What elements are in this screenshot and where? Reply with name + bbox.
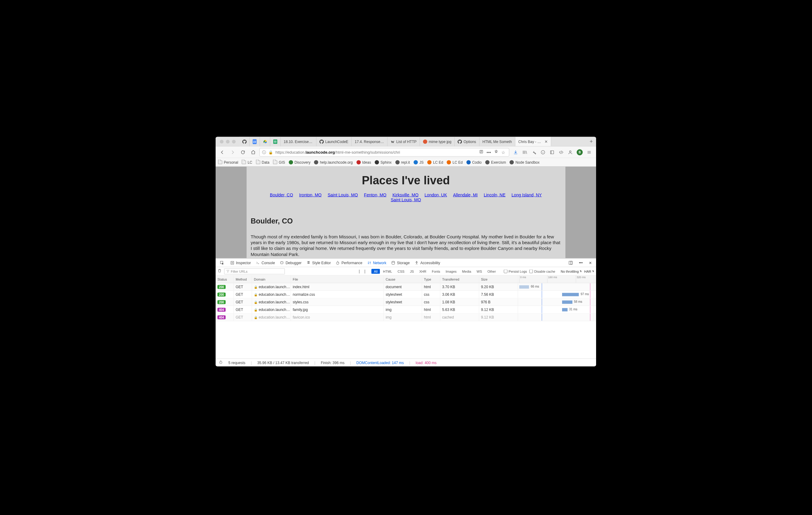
- bookmark-item[interactable]: repl.it: [395, 160, 410, 164]
- persist-logs-checkbox[interactable]: Persist Logs: [504, 269, 527, 273]
- network-request-row[interactable]: 200GET🔒education.launch…styles.cssstyles…: [215, 298, 596, 306]
- col-transferred[interactable]: Transferred: [440, 276, 479, 283]
- network-request-row[interactable]: 404GET🔒education.launch…favicon.icoimght…: [215, 314, 596, 321]
- devtools-tab-console[interactable]: Console: [253, 259, 277, 267]
- bookmark-item[interactable]: LC Ed: [427, 160, 443, 164]
- devtools-tab-performance[interactable]: Performance: [333, 259, 365, 267]
- pause-icon[interactable]: | |: [358, 269, 367, 273]
- bookmark-star-icon[interactable]: ☆: [501, 150, 505, 154]
- menu-icon[interactable]: [586, 149, 592, 155]
- tab-item[interactable]: Chris Bay - Pla✕: [515, 137, 551, 146]
- tab-item[interactable]: Options: [455, 137, 479, 146]
- more-actions-icon[interactable]: •••: [487, 150, 491, 154]
- wrench-icon[interactable]: [531, 149, 536, 155]
- minimize-window-icon[interactable]: [226, 140, 230, 143]
- disable-cache-checkbox[interactable]: Disable cache: [529, 269, 555, 273]
- filter-chip-css[interactable]: CSS: [395, 269, 407, 274]
- filter-chip-media[interactable]: Media: [460, 269, 474, 274]
- bookmark-item[interactable]: Exercism: [485, 160, 506, 164]
- network-request-row[interactable]: 200GET🔒education.launch…normalize.csssty…: [215, 291, 596, 298]
- library-icon[interactable]: [522, 149, 527, 155]
- devtools-tab-network[interactable]: Network: [365, 259, 389, 267]
- tab-icon-drive[interactable]: [260, 137, 270, 146]
- tab-item[interactable]: WList of HTTP: [387, 137, 420, 146]
- place-link[interactable]: Fenton, MO: [364, 193, 386, 197]
- filter-chip-html[interactable]: HTML: [380, 269, 395, 274]
- filter-chip-ws[interactable]: WS: [474, 269, 485, 274]
- col-file[interactable]: File: [291, 276, 384, 283]
- bookmark-item[interactable]: Personal: [218, 160, 238, 164]
- filter-chip-fonts[interactable]: Fonts: [429, 269, 443, 274]
- col-status[interactable]: Status: [215, 276, 234, 283]
- place-link[interactable]: Allendale, MI: [453, 193, 478, 197]
- bookmark-item[interactable]: JS: [414, 160, 424, 164]
- bookmark-item[interactable]: LC: [242, 160, 252, 164]
- col-cause[interactable]: Cause: [384, 276, 422, 283]
- har-menu[interactable]: HAR ⇅: [584, 269, 594, 273]
- devtools-tab-debugger[interactable]: Debugger: [277, 259, 304, 267]
- devtools-tab-accessibility[interactable]: Accessibility: [412, 259, 442, 267]
- network-request-row[interactable]: 200GET🔒education.launch…index.htmldocume…: [215, 283, 596, 291]
- tab-item[interactable]: 17.4. Responses –: [352, 137, 387, 146]
- filter-chip-all[interactable]: All: [371, 269, 380, 274]
- place-link[interactable]: Saint Louis, MO: [391, 197, 421, 202]
- new-tab-button[interactable]: +: [586, 139, 596, 145]
- place-link[interactable]: Lincoln, NE: [484, 193, 505, 197]
- close-window-icon[interactable]: [220, 140, 224, 143]
- site-info-icon[interactable]: ⓘ: [262, 149, 266, 155]
- filter-chip-xhr[interactable]: XHR: [417, 269, 429, 274]
- bookmark-item[interactable]: Sphinx: [375, 160, 392, 164]
- filter-chip-images[interactable]: Images: [443, 269, 459, 274]
- place-link[interactable]: Saint Louis, MO: [328, 193, 358, 197]
- place-link[interactable]: London, UK: [425, 193, 447, 197]
- back-button[interactable]: [218, 148, 227, 156]
- bookmark-item[interactable]: Codio: [466, 160, 482, 164]
- devtools-picker-icon[interactable]: [218, 259, 227, 267]
- col-waterfall[interactable]: 0 ms160 ms320 ms480: [518, 276, 594, 283]
- tab-item[interactable]: mime type jpg: [420, 137, 455, 146]
- filter-urls-input[interactable]: Filter URLs: [224, 268, 285, 274]
- account-icon[interactable]: [568, 149, 573, 155]
- filter-chip-js[interactable]: JS: [408, 269, 416, 274]
- clear-requests-icon[interactable]: [218, 269, 222, 274]
- devtools-more-icon[interactable]: •••: [576, 259, 585, 267]
- devtools-tab-inspector[interactable]: Inspector: [228, 259, 253, 267]
- info-circle-icon[interactable]: [540, 149, 546, 155]
- bookmark-item[interactable]: GIS: [273, 160, 285, 164]
- reader-icon[interactable]: [549, 149, 555, 155]
- bookmark-item[interactable]: Discovery: [289, 160, 311, 164]
- throttling-select[interactable]: No throttling ⇅: [560, 269, 582, 273]
- bookmark-item[interactable]: Data: [256, 160, 269, 164]
- address-bar[interactable]: ⓘ 🔒 https://education.launchcode.org/htm…: [259, 148, 509, 156]
- tab-item[interactable]: 18.10. Exercises: F: [281, 137, 316, 146]
- avatar[interactable]: B: [577, 149, 583, 155]
- place-link[interactable]: Long Island, NY: [512, 193, 542, 197]
- tab-icon-github[interactable]: [239, 137, 250, 146]
- devtools-close-icon[interactable]: ✕: [586, 259, 594, 267]
- devtools-tab-style-editor[interactable]: Style Editor: [304, 259, 333, 267]
- bookmark-item[interactable]: LC Ed: [447, 160, 462, 164]
- window-controls[interactable]: [215, 140, 239, 143]
- devtools-icon[interactable]: [558, 149, 564, 155]
- place-link[interactable]: Ironton, MO: [299, 193, 322, 197]
- home-button[interactable]: [249, 148, 258, 156]
- filter-chip-other[interactable]: Other: [485, 269, 498, 274]
- col-type[interactable]: Type: [422, 276, 440, 283]
- page-actions-icon[interactable]: [479, 150, 484, 155]
- devtools-dock-icon[interactable]: [566, 259, 575, 267]
- forward-button[interactable]: [228, 148, 237, 156]
- pocket-icon[interactable]: [494, 150, 498, 155]
- bookmark-item[interactable]: Ideas: [356, 160, 371, 164]
- network-request-row[interactable]: 404GET🔒education.launch…family.jpgimghtm…: [215, 306, 596, 314]
- maximize-window-icon[interactable]: [232, 140, 236, 143]
- col-method[interactable]: Method: [234, 276, 252, 283]
- col-domain[interactable]: Domain: [252, 276, 291, 283]
- close-tab-icon[interactable]: ✕: [545, 139, 548, 144]
- bookmark-item[interactable]: help.launchcode.org: [314, 160, 353, 164]
- downloads-icon[interactable]: [513, 149, 518, 155]
- tab-item[interactable]: HTML Me Someth: [480, 137, 515, 146]
- tab-icon-cal[interactable]: 22: [250, 137, 260, 146]
- devtools-tab-storage[interactable]: Storage: [389, 259, 412, 267]
- place-link[interactable]: Kirksville, MO: [393, 193, 419, 197]
- tab-icon-sheets[interactable]: [270, 137, 281, 146]
